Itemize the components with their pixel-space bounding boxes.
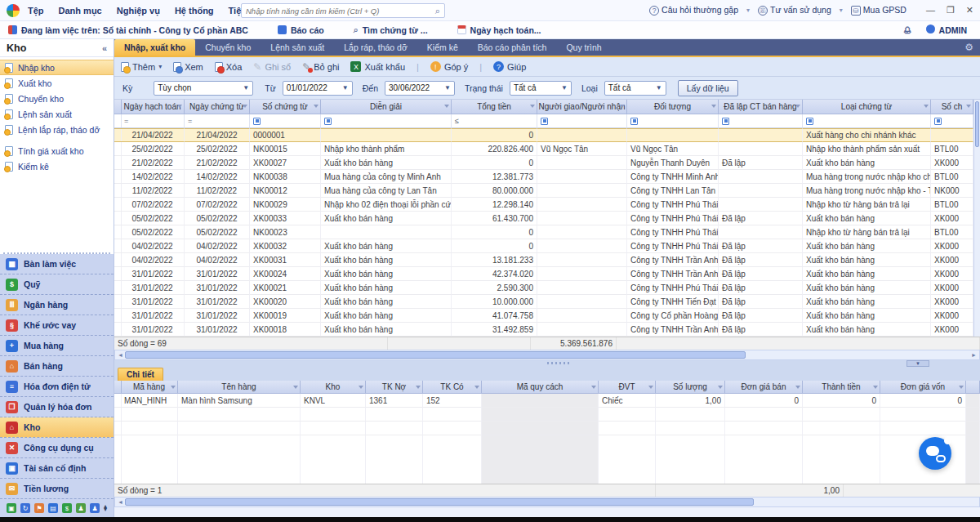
- table-row[interactable]: 21/02/202221/02/2022XK00027Xuất kho bán …: [114, 156, 980, 170]
- cell[interactable]: Xuất kho bán hàng: [803, 295, 931, 309]
- cell[interactable]: 04/02/2022: [185, 253, 250, 267]
- filter-funnel-icon[interactable]: [718, 386, 723, 389]
- cell[interactable]: XK000: [931, 156, 973, 170]
- cell[interactable]: XK000: [931, 239, 973, 253]
- cell[interactable]: Xuất kho bán hàng: [321, 281, 452, 295]
- cell[interactable]: Đã lập: [719, 323, 803, 337]
- cell[interactable]: Công ty TNHH Lan Tân: [627, 184, 719, 198]
- cell[interactable]: 04/02/2022: [121, 239, 185, 253]
- money-bag-icon[interactable]: $: [62, 503, 72, 513]
- cell[interactable]: [803, 422, 880, 435]
- cell[interactable]: XK000: [931, 212, 973, 225]
- excel-icon[interactable]: ▣: [7, 503, 16, 513]
- cell[interactable]: [482, 408, 599, 422]
- cell[interactable]: XK00033: [250, 212, 321, 225]
- detail-column-header-1[interactable]: Mã hàng: [121, 381, 178, 394]
- module-cash-safe[interactable]: $Quỹ: [0, 274, 114, 295]
- xuất-khẩu-button[interactable]: XXuất khẩu: [350, 61, 405, 72]
- cell[interactable]: [178, 435, 301, 484]
- cell[interactable]: Vũ Ngọc Tân: [537, 142, 627, 156]
- cell[interactable]: [725, 408, 803, 422]
- xem-button[interactable]: Xem: [173, 62, 203, 72]
- cell[interactable]: [537, 225, 627, 239]
- cell[interactable]: NK00038: [250, 170, 321, 184]
- horizontal-scrollbar[interactable]: ◄ ►: [114, 350, 980, 360]
- sidebar-item[interactable]: Tính giá xuất kho: [0, 143, 114, 158]
- filter-funnel-icon[interactable]: [966, 105, 971, 108]
- cell[interactable]: Mua hàng trong nước nhập kho chưa th: [803, 170, 931, 184]
- cell[interactable]: Công ty TNHH Minh Anh: [627, 170, 719, 184]
- cell[interactable]: 04/02/2022: [185, 239, 250, 253]
- table-row[interactable]: 31/01/202231/01/2022XK00020Xuất kho bán …: [114, 295, 980, 309]
- cell[interactable]: [537, 170, 627, 184]
- cell[interactable]: 05/02/2022: [121, 225, 185, 239]
- book-icon[interactable]: ▤: [48, 503, 58, 513]
- cell[interactable]: 0: [725, 394, 803, 408]
- cell[interactable]: [725, 422, 803, 435]
- cell[interactable]: [121, 422, 178, 435]
- cell[interactable]: XK000: [931, 253, 973, 267]
- detail-row[interactable]: MAN_HINHMàn hình SamsungKNVL1361152Chiếc…: [114, 394, 980, 408]
- cell[interactable]: [301, 422, 366, 435]
- cell[interactable]: [931, 128, 973, 142]
- filter-funnel-icon[interactable]: [243, 105, 247, 108]
- cell[interactable]: NK000: [931, 184, 973, 198]
- cell[interactable]: 21/04/2022: [185, 128, 250, 142]
- filter-funnel-icon[interactable]: [359, 386, 363, 389]
- cell[interactable]: 220.826.400: [452, 142, 537, 156]
- cell[interactable]: 21/02/2022: [121, 156, 185, 170]
- cell[interactable]: 0: [452, 225, 537, 239]
- cell[interactable]: [537, 184, 627, 198]
- table-row[interactable]: 04/02/202204/02/2022XK00032Xuất kho bán …: [114, 239, 980, 253]
- cell[interactable]: Nhập kho từ hàng bán trả lại: [803, 225, 931, 239]
- cell[interactable]: [366, 422, 423, 435]
- tab-l-p-r-p-th-o-d-[interactable]: Lắp ráp, tháo dỡ: [334, 39, 417, 56]
- cell[interactable]: Xuất kho bán hàng: [321, 309, 452, 323]
- cell[interactable]: Công ty Cổ phần Hoàng Cả: [627, 309, 719, 323]
- cell[interactable]: [178, 408, 301, 422]
- cell[interactable]: Xuất hàng cho chi nhánh khác: [803, 128, 931, 142]
- table-row[interactable]: 25/02/202225/02/2022NK00015Nhập kho thàn…: [114, 142, 980, 156]
- table-row[interactable]: 21/04/202221/04/202200000010Xuất hàng ch…: [114, 128, 980, 142]
- column-filter-cell[interactable]: [627, 114, 719, 128]
- cell[interactable]: [656, 422, 725, 435]
- cell[interactable]: Công ty TNHH Phú Thái: [627, 212, 719, 225]
- cell[interactable]: [121, 408, 178, 422]
- cell[interactable]: NK00015: [250, 142, 321, 156]
- table-row[interactable]: 31/01/202231/01/2022XK00021Xuất kho bán …: [114, 281, 980, 295]
- cell[interactable]: [966, 408, 980, 422]
- faq-link[interactable]: ?Câu hỏi thường gặp: [649, 5, 738, 16]
- cell[interactable]: Màn hình Samsung: [178, 394, 301, 408]
- cell[interactable]: [301, 408, 366, 422]
- cell[interactable]: XK00021: [250, 281, 321, 295]
- cell[interactable]: 13.181.233: [452, 253, 537, 267]
- cell[interactable]: XK000: [931, 267, 973, 281]
- filter-funnel-icon[interactable]: [959, 386, 964, 389]
- cell[interactable]: 25/02/2022: [185, 142, 250, 156]
- cell[interactable]: Xuất kho bán hàng: [803, 309, 931, 323]
- cell[interactable]: Công ty TNHH Trần Anh: [627, 267, 719, 281]
- cell[interactable]: Công ty TNHH Trần Anh: [627, 253, 719, 267]
- column-filter-cell[interactable]: =: [185, 114, 250, 128]
- cell[interactable]: XK00032: [250, 239, 321, 253]
- cell[interactable]: 31/01/2022: [185, 295, 250, 309]
- cell[interactable]: XK000: [931, 295, 973, 309]
- cell[interactable]: [719, 128, 803, 142]
- cell[interactable]: 10.000.000: [452, 295, 537, 309]
- cell[interactable]: [321, 128, 452, 142]
- detail-horizontal-scrollbar[interactable]: ◄: [114, 497, 980, 507]
- bell-icon[interactable]: 🕭: [903, 25, 913, 36]
- posting-date-button[interactable]: Ngày hạch toán...: [457, 25, 541, 35]
- cell[interactable]: [537, 198, 627, 212]
- column-header-9[interactable]: Loại chứng từ: [803, 100, 931, 114]
- cell[interactable]: 1,00: [656, 394, 725, 408]
- cell[interactable]: [880, 422, 966, 435]
- cell[interactable]: Đã lập: [719, 267, 803, 281]
- cell[interactable]: [321, 225, 452, 239]
- cell[interactable]: [537, 239, 627, 253]
- detail-column-header-9[interactable]: Đơn giá bán: [725, 381, 803, 394]
- cell[interactable]: BTL00: [931, 142, 973, 156]
- cell[interactable]: Xuất kho bán hàng: [803, 156, 931, 170]
- cell[interactable]: 05/02/2022: [185, 212, 250, 225]
- splitter[interactable]: ▼: [114, 360, 980, 367]
